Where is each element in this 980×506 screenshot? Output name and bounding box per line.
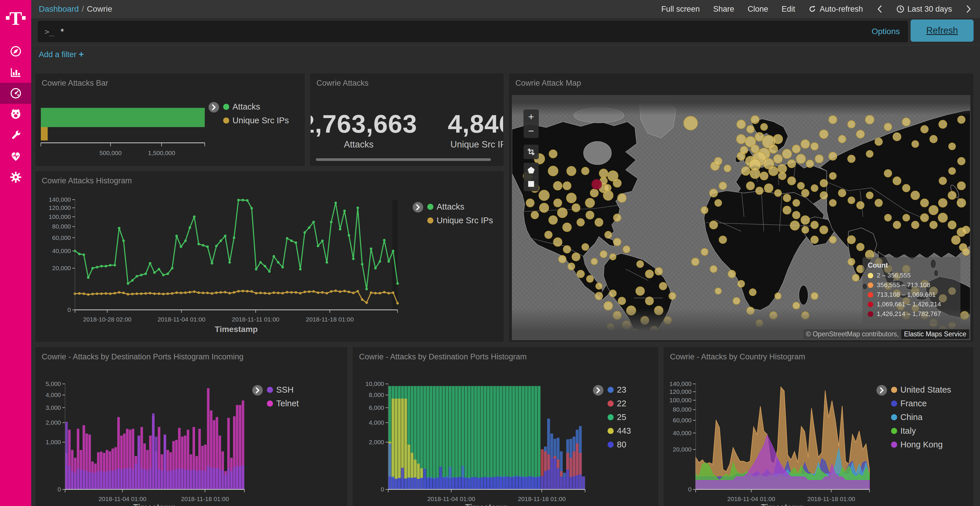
legend-dot [891, 442, 897, 448]
map-fit-control [523, 144, 539, 159]
heartbeat-icon [10, 150, 22, 163]
refresh-button[interactable]: Refresh [911, 19, 974, 42]
app-sidebar: T [0, 0, 31, 506]
svg-text:120,000: 120,000 [670, 388, 692, 395]
draw-polygon-button[interactable] [524, 163, 538, 177]
svg-text:5,000: 5,000 [46, 381, 61, 387]
legend-item-United States[interactable]: United States [891, 385, 951, 395]
sidebar-item-monitoring[interactable] [0, 146, 31, 167]
map-legend-bucket: 1,426,214 – 1,782,767 [868, 310, 955, 318]
legend-dot [267, 400, 273, 407]
svg-text:4,000: 4,000 [369, 419, 384, 426]
svg-text:2018-11-04 01:00: 2018-11-04 01:00 [99, 495, 146, 502]
time-picker-button[interactable]: Last 30 days [896, 5, 952, 14]
t-mobile-logo[interactable]: T [0, 3, 31, 33]
legend-collapse-button[interactable] [593, 385, 603, 395]
panel-country-histogram: Cowrie - Attacks by Country Histogram 02… [664, 347, 973, 506]
svg-text:100,000: 100,000 [670, 397, 692, 403]
draw-rectangle-button[interactable] [524, 177, 538, 191]
legend-item-Unique Src IPs[interactable]: Unique Src IPs [223, 116, 289, 125]
legend-item-Italy[interactable]: Italy [891, 426, 951, 436]
legend-collapse-button[interactable] [208, 102, 219, 113]
legend-item-80[interactable]: 80 [608, 440, 631, 449]
edit-button[interactable]: Edit [782, 5, 795, 14]
pentagon-icon [527, 166, 535, 174]
search-query-value[interactable]: * [60, 27, 872, 36]
legend-attacks-histogram: AttacksUnique Src IPs [413, 202, 493, 225]
legend-item-25[interactable]: 25 [608, 412, 631, 422]
sidebar-nav [0, 41, 31, 188]
legend-item-443[interactable]: 443 [608, 426, 631, 436]
panel-title: Cowrie - Attacks by Country Histogram [670, 352, 805, 362]
time-back-button[interactable] [877, 5, 883, 13]
svg-text:6,000: 6,000 [369, 404, 384, 411]
svg-text:4,000: 4,000 [46, 392, 61, 398]
legend-item-SSH[interactable]: SSH [267, 385, 299, 395]
legend-label: 25 [617, 412, 626, 422]
svg-text:2,000: 2,000 [369, 439, 384, 446]
search-input[interactable]: >_ * Options [38, 21, 908, 42]
auto-refresh-button[interactable]: Auto-refresh [808, 5, 863, 14]
add-filter-button[interactable]: Add a filter+ [39, 49, 84, 59]
legend-item-Telnet[interactable]: Telnet [267, 399, 299, 408]
svg-text:1,500,000: 1,500,000 [148, 149, 175, 156]
svg-text:500,000: 500,000 [99, 149, 122, 156]
svg-text:Timestamp: Timestamp [215, 325, 258, 334]
bar-Attacks [41, 108, 205, 127]
legend-label: China [900, 412, 923, 422]
sidebar-item-visualize[interactable] [0, 62, 31, 83]
svg-text:T: T [10, 8, 22, 29]
fit-data-bounds-button[interactable] [524, 145, 538, 159]
legend-dot [891, 400, 897, 407]
zoom-in-button[interactable]: + [524, 110, 538, 124]
options-link[interactable]: Options [872, 27, 900, 36]
elastic-maps-attribution[interactable]: Elastic Maps Service [901, 329, 969, 339]
bucket-range: 2 – 356,555 [877, 272, 911, 279]
legend-item-22[interactable]: 22 [608, 399, 631, 408]
legend-label: Italy [900, 426, 916, 436]
bucket-range: 1,426,214 – 1,782,767 [877, 310, 941, 318]
compass-icon [10, 45, 22, 58]
world-map[interactable]: + − Count 2 [512, 95, 970, 340]
svg-text:100,000: 100,000 [49, 213, 71, 220]
zoom-out-button[interactable]: − [524, 124, 538, 138]
sidebar-item-management[interactable] [0, 167, 31, 188]
square-icon [527, 180, 535, 188]
legend-label: 80 [617, 440, 626, 449]
legend-item-France[interactable]: France [891, 399, 951, 408]
legend-item-Attacks[interactable]: Attacks [427, 202, 493, 212]
sidebar-item-dev-tools[interactable] [0, 125, 31, 146]
chevron-right-icon [879, 387, 885, 393]
legend-dot [891, 414, 897, 420]
legend-label: Unique Src IPs [232, 116, 289, 125]
legend-item-Unique Src IPs[interactable]: Unique Src IPs [427, 216, 493, 225]
legend-item-23[interactable]: 23 [608, 385, 631, 395]
chevron-right-icon [211, 104, 216, 111]
bar-Unique Src IPs [41, 127, 48, 141]
sidebar-item-discover[interactable] [0, 41, 31, 62]
ports-incoming-chart[interactable]: 01,0002,0003,0004,0005,0002018-11-04 01:… [36, 348, 347, 506]
svg-text:2018-11-18 01:00: 2018-11-18 01:00 [518, 495, 566, 502]
sidebar-item-timelion[interactable] [0, 104, 31, 125]
breadcrumb-dashboard-link[interactable]: Dashboard [39, 5, 79, 13]
legend-collapse-button[interactable] [252, 385, 263, 395]
clone-button[interactable]: Clone [748, 5, 768, 14]
chevron-right-icon [255, 387, 260, 393]
legend-label: Attacks [232, 102, 260, 112]
legend-item-China[interactable]: China [891, 412, 951, 422]
telekom-t-icon: T [5, 8, 26, 29]
sidebar-item-dashboard[interactable] [0, 83, 31, 104]
share-button[interactable]: Share [713, 5, 734, 14]
legend-collapse-button[interactable] [877, 385, 887, 395]
osm-attribution[interactable]: © OpenStreetMap contributors, [803, 329, 901, 339]
horizontal-scrollbar[interactable] [316, 158, 491, 161]
auto-refresh-label: Auto-refresh [819, 5, 863, 14]
time-forward-button[interactable] [966, 5, 972, 13]
legend-item-Attacks[interactable]: Attacks [223, 102, 289, 112]
full-screen-button[interactable]: Full screen [661, 5, 700, 14]
panel-title: Cowrie - Attacks by Destination Ports Hi… [359, 352, 527, 362]
legend-collapse-button[interactable] [413, 202, 423, 213]
attacks-histogram-chart[interactable]: 020,00040,00060,00080,000100,000120,0001… [36, 172, 503, 341]
svg-text:Timestamp: Timestamp [465, 503, 508, 506]
legend-item-Hong Kong[interactable]: Hong Kong [891, 440, 951, 449]
